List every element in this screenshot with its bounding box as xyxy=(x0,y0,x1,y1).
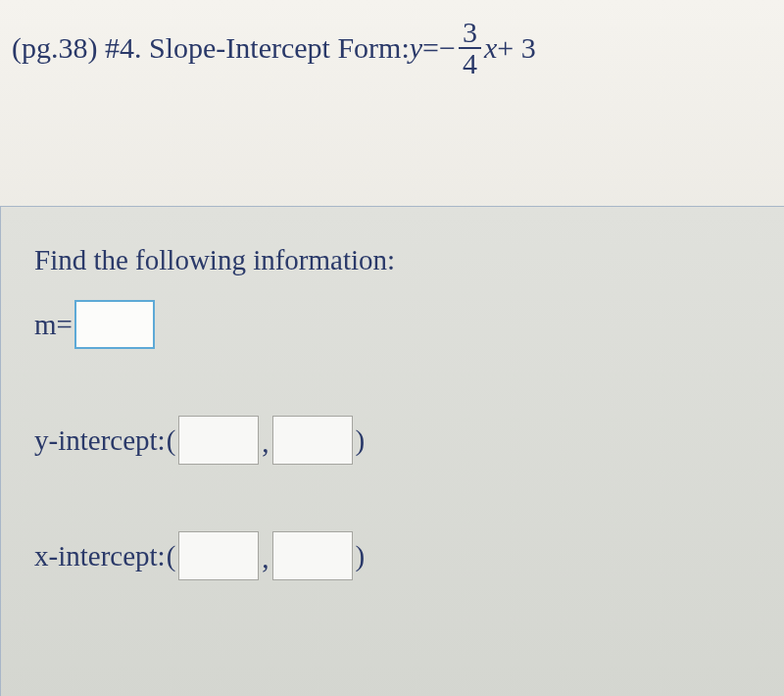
fraction-numerator: 3 xyxy=(459,18,481,47)
equation-lhs: y xyxy=(410,31,422,65)
equation-fraction: 3 4 xyxy=(459,18,481,78)
close-paren: ) xyxy=(356,424,366,457)
y-intercept-label: y-intercept: xyxy=(34,424,166,457)
comma-sep-2: , xyxy=(262,542,269,580)
fraction-denominator: 4 xyxy=(459,47,481,78)
x-intercept-y-input[interactable] xyxy=(272,531,353,580)
open-paren: ( xyxy=(167,424,176,457)
problem-prefix: (pg.38) #4. Slope-Intercept Form: xyxy=(12,31,410,65)
equation-constant: + 3 xyxy=(497,31,535,65)
y-intercept-y-input[interactable] xyxy=(272,416,353,465)
instruction-text: Find the following information: xyxy=(34,244,751,276)
equation-x: x xyxy=(484,31,497,65)
equation-minus: − xyxy=(439,31,456,65)
slope-row: m= xyxy=(34,300,751,349)
answer-panel: Find the following information: m= y-int… xyxy=(0,206,784,696)
close-paren-2: ) xyxy=(356,540,366,572)
x-intercept-row: x-intercept: ( , ) xyxy=(34,531,751,580)
problem-statement: (pg.38) #4. Slope-Intercept Form: y = − … xyxy=(12,18,772,78)
x-intercept-label: x-intercept: xyxy=(34,540,166,572)
x-intercept-x-input[interactable] xyxy=(178,531,259,580)
problem-header: (pg.38) #4. Slope-Intercept Form: y = − … xyxy=(0,0,784,78)
comma-sep: , xyxy=(262,426,269,465)
slope-label: m= xyxy=(34,309,73,341)
equation-equals: = xyxy=(422,31,439,65)
y-intercept-row: y-intercept: ( , ) xyxy=(34,416,751,465)
slope-input[interactable] xyxy=(74,300,155,349)
y-intercept-x-input[interactable] xyxy=(178,416,259,465)
open-paren-2: ( xyxy=(167,540,176,572)
